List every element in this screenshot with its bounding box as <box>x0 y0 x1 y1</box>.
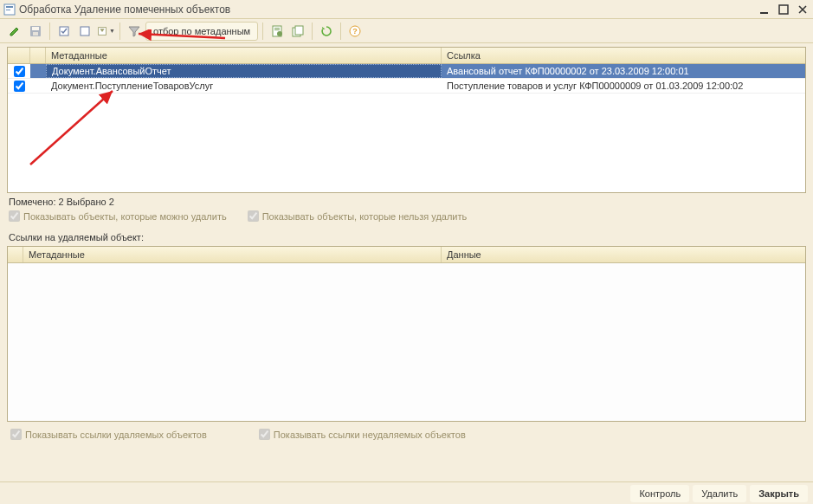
svg-point-14 <box>277 31 282 36</box>
check-can-delete: Показывать объекты, которые можно удалит… <box>9 210 227 222</box>
uncheck-all-icon[interactable] <box>75 22 94 41</box>
window-title: Обработка Удаление помеченных объектов <box>19 3 758 16</box>
control-button[interactable]: Контроль <box>630 485 689 502</box>
svg-rect-1 <box>6 6 13 8</box>
objects-grid: Метаданные Ссылка Документ.АвансовыйОтче… <box>7 47 806 193</box>
check-cannot-delete: Показывать объекты, которые нельзя удали… <box>248 210 468 222</box>
col-check[interactable] <box>8 48 30 63</box>
app-icon <box>3 3 16 16</box>
svg-rect-13 <box>274 29 280 30</box>
col-meta-header[interactable]: Метаданные <box>46 48 442 63</box>
objects-grid-body[interactable]: Документ.АвансовыйОтчет Авансовый отчет … <box>8 64 805 192</box>
checkbox-refs-deletable <box>10 429 22 440</box>
show-refs-not-deletable: Показывать ссылки неудаляемых объектов <box>259 429 466 440</box>
delete-button[interactable]: Удалить <box>693 485 746 502</box>
svg-rect-3 <box>760 12 768 14</box>
refs-grid: Метаданные Данные <box>7 246 806 422</box>
refs-col-data[interactable]: Данные <box>442 247 805 262</box>
refs-col-meta[interactable]: Метаданные <box>23 247 442 262</box>
svg-rect-6 <box>32 27 39 30</box>
refs-grid-header: Метаданные Данные <box>8 247 805 263</box>
show-refs-deletable-label: Показывать ссылки удаляемых объектов <box>25 430 207 440</box>
row-meta: Документ.ПоступлениеТоваровУслуг <box>46 79 442 93</box>
maximize-button[interactable] <box>777 3 790 16</box>
svg-rect-16 <box>295 26 303 35</box>
chevron-down-icon: ▼ <box>109 28 115 34</box>
show-refs-not-deletable-label: Показывать ссылки неудаляемых объектов <box>274 430 466 440</box>
row-link: Поступление товаров и услуг КФП00000009 … <box>442 79 805 93</box>
checkbox-can-delete <box>9 210 20 222</box>
funnel-icon[interactable] <box>125 22 144 41</box>
check-can-delete-label: Показывать объекты, которые можно удалит… <box>23 211 227 222</box>
col-spacer <box>8 247 23 262</box>
row-checkbox[interactable] <box>14 81 25 92</box>
svg-text:?: ? <box>352 27 358 36</box>
checkbox-refs-not-deletable <box>259 429 270 440</box>
table-row[interactable]: Документ.ПоступлениеТоваровУслуг Поступл… <box>8 79 805 94</box>
refs-grid-body[interactable] <box>8 263 805 421</box>
edit-icon[interactable] <box>5 22 24 41</box>
objects-grid-header: Метаданные Ссылка <box>8 48 805 64</box>
row-checkbox[interactable] <box>14 66 25 77</box>
table-row[interactable]: Документ.АвансовыйОтчет Авансовый отчет … <box>8 64 805 79</box>
svg-rect-4 <box>779 5 788 14</box>
row-link: Авансовый отчет КФП00000002 от 23.03.200… <box>442 64 805 78</box>
close-action-button[interactable]: Закрыть <box>750 485 808 502</box>
svg-rect-2 <box>6 10 10 10</box>
filter-dropdown-icon[interactable]: ▼ <box>96 22 115 41</box>
svg-rect-9 <box>81 27 89 36</box>
footer: Контроль Удалить Закрыть <box>0 481 813 504</box>
check-all-icon[interactable] <box>55 22 74 41</box>
sheet-stack-icon[interactable] <box>288 22 307 41</box>
save-icon[interactable] <box>26 22 45 41</box>
checkbox-cannot-delete <box>248 210 259 222</box>
row-meta: Документ.АвансовыйОтчет <box>46 64 442 78</box>
check-cannot-delete-label: Показывать объекты, которые нельзя удали… <box>262 211 468 222</box>
svg-rect-12 <box>274 28 280 29</box>
close-button[interactable] <box>796 3 810 16</box>
minimize-button[interactable] <box>758 3 771 16</box>
toolbar: ▼ отбор по метаданным ? <box>0 19 813 43</box>
window-controls <box>758 3 810 16</box>
sheet-one-icon[interactable] <box>268 22 287 41</box>
filter-by-metadata-button[interactable]: отбор по метаданным <box>145 22 258 41</box>
col-spacer <box>30 48 46 63</box>
refresh-icon[interactable] <box>317 22 336 41</box>
show-refs-deletable: Показывать ссылки удаляемых объектов <box>10 429 207 440</box>
col-link-header[interactable]: Ссылка <box>442 48 805 63</box>
titlebar: Обработка Удаление помеченных объектов <box>0 0 813 19</box>
svg-rect-7 <box>33 32 38 36</box>
help-icon[interactable]: ? <box>345 22 365 41</box>
status-text: Помечено: 2 Выбрано 2 <box>7 193 806 209</box>
references-label: Ссылки на удаляемый объект: <box>7 229 806 246</box>
